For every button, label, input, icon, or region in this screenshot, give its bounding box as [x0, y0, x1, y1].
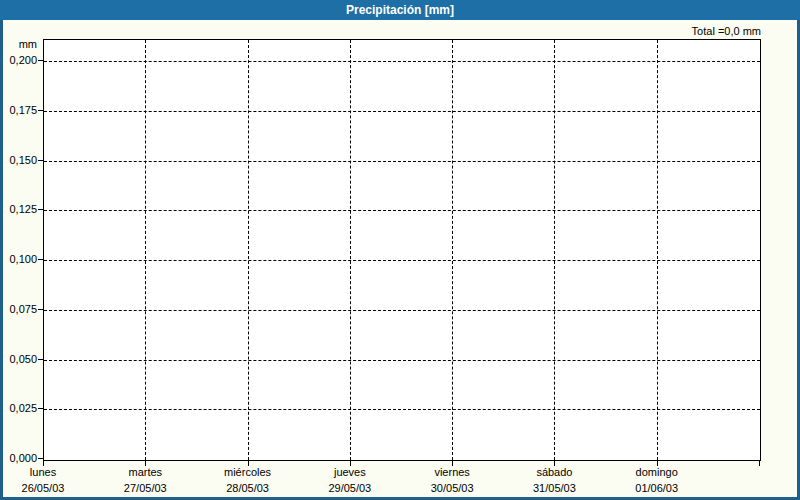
x-axis-date-label: 01/06/03	[605, 482, 709, 495]
y-axis-tick	[38, 110, 43, 111]
horizontal-gridline	[44, 161, 760, 162]
y-axis-tick	[38, 359, 43, 360]
x-axis-date-label: 28/05/03	[196, 482, 300, 495]
y-axis-tick-label: 0,175	[0, 104, 37, 117]
x-axis-date-label: 27/05/03	[93, 482, 197, 495]
window-title: Precipitación [mm]	[346, 3, 454, 17]
horizontal-gridline	[44, 260, 760, 261]
y-axis-tick-label: 0,025	[0, 402, 37, 415]
horizontal-gridline	[44, 61, 760, 62]
vertical-gridline	[145, 40, 146, 460]
x-axis-weekday-label: domingo	[605, 466, 709, 479]
chart-window: Precipitación [mm] Total =0,0 mm mm 0,20…	[0, 0, 800, 500]
x-axis-date-label: 30/05/03	[400, 482, 504, 495]
x-axis-date-label: 31/05/03	[502, 482, 606, 495]
horizontal-gridline	[44, 210, 760, 211]
plot-area	[43, 39, 761, 461]
x-axis-weekday-label: miércoles	[196, 466, 300, 479]
x-axis-weekday-label: viernes	[400, 466, 504, 479]
y-axis-tick	[38, 408, 43, 409]
x-axis-weekday-label: sábado	[502, 466, 606, 479]
window-titlebar: Precipitación [mm]	[0, 0, 800, 20]
horizontal-gridline	[44, 111, 760, 112]
total-precipitation-label: Total =0,0 mm	[561, 25, 761, 37]
horizontal-gridline	[44, 310, 760, 311]
x-axis-weekday-label: jueves	[298, 466, 402, 479]
vertical-gridline	[350, 40, 351, 460]
y-axis-tick-label: 0,125	[0, 203, 37, 216]
y-axis-tick	[38, 209, 43, 210]
y-axis-tick-label: 0,100	[0, 253, 37, 266]
y-axis-tick	[38, 259, 43, 260]
vertical-gridline	[452, 40, 453, 460]
y-axis-tick	[38, 160, 43, 161]
y-axis-tick-label: 0,150	[0, 154, 37, 167]
vertical-gridline	[657, 40, 658, 460]
x-axis-date-label: 29/05/03	[298, 482, 402, 495]
vertical-gridline	[248, 40, 249, 460]
y-axis-tick	[38, 309, 43, 310]
horizontal-gridline	[44, 360, 760, 361]
x-axis-weekday-label: martes	[93, 466, 197, 479]
x-axis-date-label: 26/05/03	[0, 482, 95, 495]
x-axis-weekday-label: lunes	[0, 466, 95, 479]
x-axis-tick	[759, 461, 760, 466]
y-axis-tick-label: 0,200	[0, 54, 37, 67]
horizontal-gridline	[44, 409, 760, 410]
y-axis-tick-label: 0,000	[0, 452, 37, 465]
y-axis-unit-label: mm	[0, 38, 37, 50]
vertical-gridline	[554, 40, 555, 460]
y-axis-tick-label: 0,050	[0, 353, 37, 366]
y-axis-tick	[38, 458, 43, 459]
y-axis-tick	[38, 60, 43, 61]
y-axis-tick-label: 0,075	[0, 303, 37, 316]
